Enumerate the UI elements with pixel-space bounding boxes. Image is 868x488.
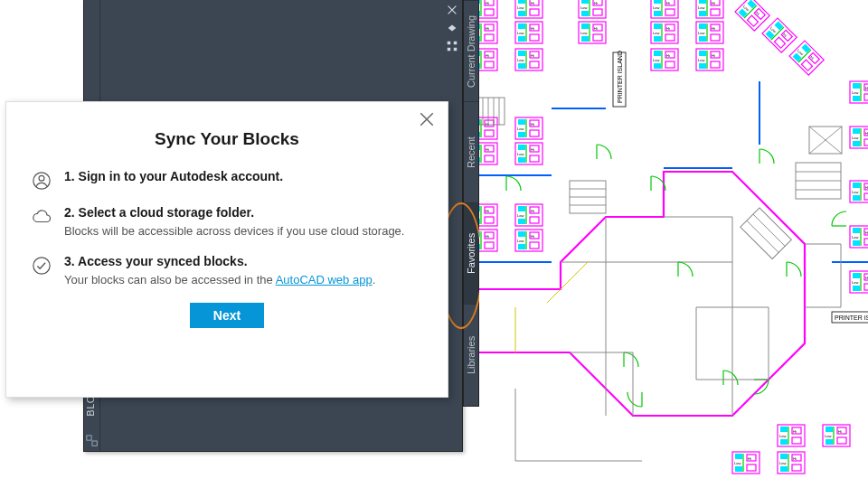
svg-point-7 [39,175,44,181]
blocks-icon [86,435,99,447]
svg-line-49 [747,221,778,252]
svg-line-42 [547,262,588,303]
step-2: 2. Select a cloud storage folder. Blocks… [32,205,422,239]
step-3-heading: 3. Access your synced blocks. [64,254,422,268]
label-printer-island-2: PRINTER ISLAN [835,314,868,321]
sync-blocks-dialog: Sync Your Blocks 1. Sign in to your Auto… [5,101,448,398]
step-3-pre: Your blocks can also be accessed in the [64,273,276,286]
svg-rect-5 [454,48,458,52]
user-icon [32,171,52,191]
svg-rect-47 [741,208,792,259]
dialog-close-icon[interactable] [419,111,435,127]
cloud-icon [32,207,52,227]
step-3-post: . [373,273,376,286]
dialog-title: Sync Your Blocks [32,129,422,149]
step-2-desc: Blocks will be accessible across devices… [64,223,422,239]
step-3-desc: Your blocks can also be accessed in the … [64,272,422,288]
svg-rect-2 [448,42,451,45]
next-button[interactable]: Next [190,303,264,328]
drawing-canvas[interactable]: LowHi PRINTER ISLAND PRINTER ISLAN [479,0,868,488]
svg-point-8 [33,258,50,274]
collapse-icon[interactable] [446,22,458,34]
tab-favorites[interactable]: Favorites [464,202,478,304]
autocad-web-app-link[interactable]: AutoCAD web app [276,273,373,286]
step-2-heading: 2. Select a cloud storage folder. [64,205,422,220]
tab-recent[interactable]: Recent [464,101,478,202]
check-circle-icon [32,256,52,276]
panel-top-icons [446,4,458,52]
floorplan-svg: LowHi PRINTER ISLAND PRINTER ISLAN [479,0,868,488]
panel-side-tabs: Current Drawing Recent Favorites Librari… [463,0,479,407]
step-1-heading: 1. Sign in to your Autodesk account. [64,169,422,183]
close-icon[interactable] [446,4,458,16]
tab-current-drawing[interactable]: Current Drawing [464,0,478,101]
grid-icon[interactable] [446,40,458,52]
step-3: 3. Access your synced blocks. Your block… [32,254,422,288]
tab-libraries[interactable]: Libraries [464,304,478,405]
svg-rect-4 [448,48,451,52]
svg-rect-3 [454,42,458,45]
svg-rect-0 [87,436,91,440]
step-1: 1. Sign in to your Autodesk account. [32,169,422,191]
svg-rect-1 [92,441,97,446]
label-printer-island-1: PRINTER ISLAND [617,51,623,103]
